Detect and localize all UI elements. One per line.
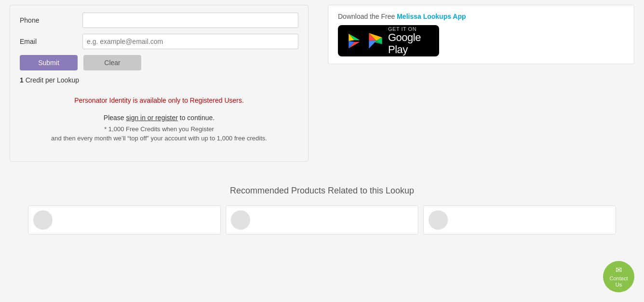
product-icon-3: [429, 210, 448, 230]
credit-text: Credit per Lookup: [24, 76, 79, 84]
signin-prefix: Please: [104, 114, 126, 122]
left-panel: Phone Email Submit Clear 1 Credit per Lo…: [0, 0, 318, 171]
product-card-2: [226, 206, 418, 234]
product-card-3: [423, 206, 616, 234]
product-icon-2: [231, 210, 250, 230]
download-prefix: Download the Free: [338, 13, 397, 20]
google-play-icon: [346, 32, 363, 50]
clear-button[interactable]: Clear: [83, 55, 141, 70]
free-credits-text: * 1,000 Free Credits when you Register: [29, 125, 289, 133]
recommended-section: Recommended Products Related to this Loo…: [0, 171, 644, 249]
main-content: Phone Email Submit Clear 1 Credit per Lo…: [0, 0, 644, 171]
signin-link[interactable]: sign in or register: [126, 114, 178, 122]
submit-button[interactable]: Submit: [20, 55, 78, 70]
download-text: Download the Free Melissa Lookups App: [338, 13, 624, 20]
page-wrapper: Phone Email Submit Clear 1 Credit per Lo…: [0, 0, 644, 302]
right-panel: Download the Free Melissa Lookups App: [318, 0, 644, 171]
contact-us-button[interactable]: ✉ ContactUs: [603, 261, 634, 292]
google-play-label: Google Play: [388, 32, 431, 55]
app-name: Melissa Lookups App: [397, 13, 466, 20]
message-box: Personator Identity is available only to…: [20, 92, 298, 151]
form-section: Phone Email Submit Clear 1 Credit per Lo…: [10, 5, 309, 162]
recommended-title: Recommended Products Related to this Loo…: [10, 186, 634, 196]
email-label: Email: [20, 38, 82, 45]
phone-row: Phone: [20, 13, 298, 28]
credit-info: 1 Credit per Lookup: [20, 76, 298, 84]
product-icon-1: [33, 210, 53, 230]
error-message: Personator Identity is available only to…: [29, 96, 289, 104]
google-play-button[interactable]: GET IT ON Google Play: [338, 25, 439, 56]
contact-icon: ✉: [616, 265, 622, 275]
play-text-block: GET IT ON Google Play: [388, 26, 431, 55]
signin-message: Please sign in or register to continue.: [29, 114, 289, 122]
contact-label: ContactUs: [610, 275, 628, 288]
credit-number: 1: [20, 76, 24, 84]
signin-suffix: to continue.: [178, 114, 215, 122]
phone-input[interactable]: [82, 13, 298, 28]
app-download-box: Download the Free Melissa Lookups App: [328, 5, 634, 64]
products-row: [10, 206, 634, 234]
button-row: Submit Clear: [20, 55, 298, 70]
email-input[interactable]: [82, 34, 298, 49]
phone-label: Phone: [20, 16, 82, 24]
top-off-text: and then every month we’ll “top off” you…: [29, 135, 289, 142]
product-card-1: [28, 206, 221, 234]
play-triangle-icon: [368, 32, 383, 50]
email-row: Email: [20, 34, 298, 49]
